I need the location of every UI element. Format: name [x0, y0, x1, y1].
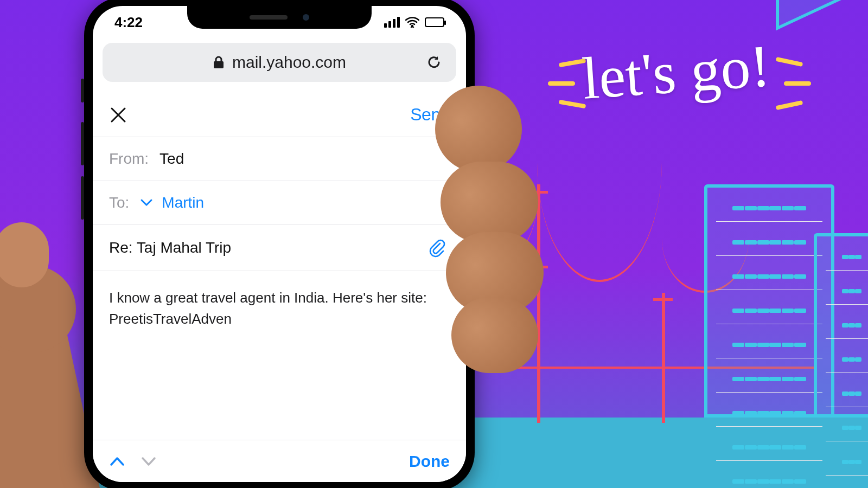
subject-value: Re: Taj Mahal Trip — [109, 239, 231, 256]
cellular-icon — [384, 17, 400, 28]
decor-text: let's go! — [580, 31, 773, 113]
subject-row[interactable]: Re: Taj Mahal Trip — [93, 225, 466, 271]
browser-url-text: mail.yahoo.com — [232, 53, 346, 72]
browser-url-bar[interactable]: mail.yahoo.com — [103, 43, 456, 82]
from-value: Ted — [159, 150, 184, 168]
keyboard-prev-icon[interactable] — [109, 455, 125, 467]
from-label: From: — [109, 150, 149, 168]
to-value[interactable]: Martin — [162, 194, 204, 211]
battery-icon — [425, 17, 444, 27]
lock-icon — [213, 55, 225, 69]
ray-decoration — [559, 100, 586, 109]
wifi-icon — [405, 17, 419, 28]
to-label: To: — [109, 194, 129, 211]
keyboard-done-button[interactable]: Done — [409, 452, 450, 471]
building-roof-illustration — [776, 0, 868, 30]
from-row[interactable]: From: Ted — [93, 137, 466, 181]
to-row[interactable]: To: Martin — [93, 181, 466, 225]
close-icon[interactable] — [109, 106, 127, 124]
chevron-down-icon[interactable] — [140, 198, 153, 207]
keyboard-next-icon[interactable] — [141, 455, 157, 467]
svg-rect-1 — [214, 61, 224, 68]
phone-notch — [187, 6, 372, 29]
ray-decoration — [784, 81, 811, 86]
ray-decoration — [548, 81, 575, 86]
ray-decoration — [776, 57, 803, 67]
keyboard-accessory-bar: Done — [93, 440, 466, 482]
building-illustration-2 — [814, 233, 868, 418]
ray-decoration — [776, 100, 803, 110]
svg-point-0 — [411, 25, 413, 27]
phone: 4:22 — [84, 0, 475, 488]
reload-icon[interactable] — [426, 54, 442, 70]
fingers-illustration — [457, 118, 582, 389]
paperclip-icon[interactable] — [427, 238, 450, 258]
phone-screen: 4:22 — [93, 6, 466, 482]
status-time: 4:22 — [114, 14, 143, 31]
compose-body[interactable]: I know a great travel agent in India. He… — [93, 271, 466, 390]
